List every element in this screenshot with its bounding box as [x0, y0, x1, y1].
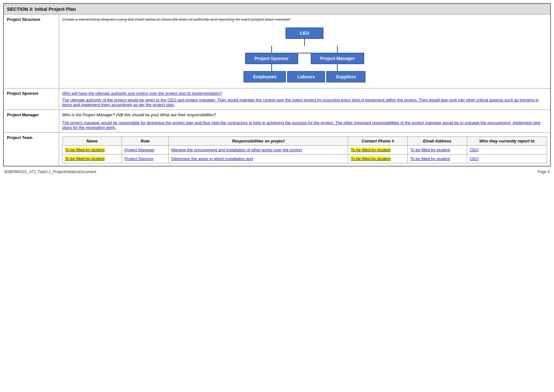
footer: BSBPMG522_AT2_Task2.1_ProjectInitiationD…: [3, 170, 551, 174]
pm-bottom-vline: [337, 64, 338, 71]
org-bottom-row: Employees Labours Suppliers: [244, 71, 365, 82]
ps-top-vline: [271, 46, 272, 53]
ps-bottom-vline: [271, 64, 272, 71]
col-name: Name: [62, 137, 122, 146]
col-reports-to: Who they currently report to: [467, 137, 547, 146]
project-sponsor-label: Project Sponsor: [3, 88, 59, 110]
team-row-1-responsibilities: Manage the procurement and installation …: [168, 146, 348, 154]
team-row-2-name: To be filled by student: [62, 154, 122, 163]
team-table: Name Role Responsibilities on project Co…: [62, 136, 547, 163]
org-employees-box: Employees: [244, 71, 286, 82]
team-row-1: To be filled by student Project Manager …: [62, 146, 547, 154]
main-table: SECTION 3: Initial Project Plan Project …: [3, 3, 551, 166]
col-email: Email Address: [407, 137, 467, 146]
manager-answer: The project manager would be responsible…: [62, 120, 547, 130]
col-role: Role: [122, 137, 168, 146]
org-pm-branch: Project Manager: [311, 46, 364, 71]
pm-top-vline: [337, 46, 338, 53]
team-row-2-contact: To be filled by student: [348, 154, 407, 163]
project-structure-content: Create a hierarchical diagram using the …: [59, 15, 551, 88]
org-ceo-box: CEO: [286, 27, 323, 39]
project-structure-label: Project Structure: [3, 15, 59, 88]
team-row-1-name: To be filled by student: [62, 146, 122, 154]
project-structure-instruction: Create a hierarchical diagram using the …: [62, 17, 547, 22]
col-responsibilities: Responsibilities on project: [168, 137, 348, 146]
manager-question: Who is the Project Manager? (NB this sho…: [62, 112, 547, 117]
footer-right: Page 5: [538, 170, 550, 174]
team-row-2-reports-to: CEO: [467, 154, 547, 163]
team-row-1-role: Project Manager: [122, 146, 168, 154]
project-manager-content: Who is the Project Manager? (NB this sho…: [59, 110, 551, 133]
ceo-v-line: [304, 39, 305, 46]
org-ps-box: Project Sponsor: [245, 53, 298, 64]
team-row-2-email: To be filled by student: [407, 154, 467, 163]
org-mid-row: Project Sponsor Project Manager: [245, 46, 364, 71]
org-suppliers-box: Suppliers: [326, 71, 365, 82]
project-team-content: Name Role Responsibilities on project Co…: [59, 133, 551, 166]
org-chart: CEO Project Sponsor: [62, 27, 547, 82]
section-header: SECTION 3: Initial Project Plan: [3, 3, 551, 15]
project-sponsor-content: Who will have the ultimate authority and…: [59, 88, 551, 110]
org-labours-box: Labours: [287, 71, 325, 82]
team-row-1-email: To be filled by student: [407, 146, 467, 154]
team-row-2: To be filled by student Project Sponsor …: [62, 154, 547, 163]
project-team-label: Project Team: [3, 133, 59, 166]
h-connector: [298, 53, 311, 53]
org-mid-section: Project Sponsor Project Manager: [62, 46, 547, 82]
project-manager-label: Project Manager: [3, 110, 59, 133]
team-row-1-reports-to: CEO: [467, 146, 547, 154]
team-row-1-contact: To be filled by student: [348, 146, 407, 154]
org-pm-box: Project Manager: [311, 53, 364, 64]
team-row-2-role: Project Sponsor: [122, 154, 168, 163]
org-ps-branch: Project Sponsor: [245, 46, 298, 71]
sponsor-answer: The ultimate authority of the project wo…: [62, 98, 547, 107]
org-ceo-level: CEO: [286, 27, 323, 46]
footer-left: BSBPMG522_AT2_Task2.1_ProjectInitiationD…: [4, 170, 96, 174]
sponsor-question: Who will have the ultimate authority and…: [62, 91, 547, 96]
h-connector-wrap: [298, 46, 311, 53]
team-row-2-responsibilities: Determine the areas in which installatio…: [168, 154, 348, 163]
col-contact: Contact Phone #: [348, 137, 407, 146]
